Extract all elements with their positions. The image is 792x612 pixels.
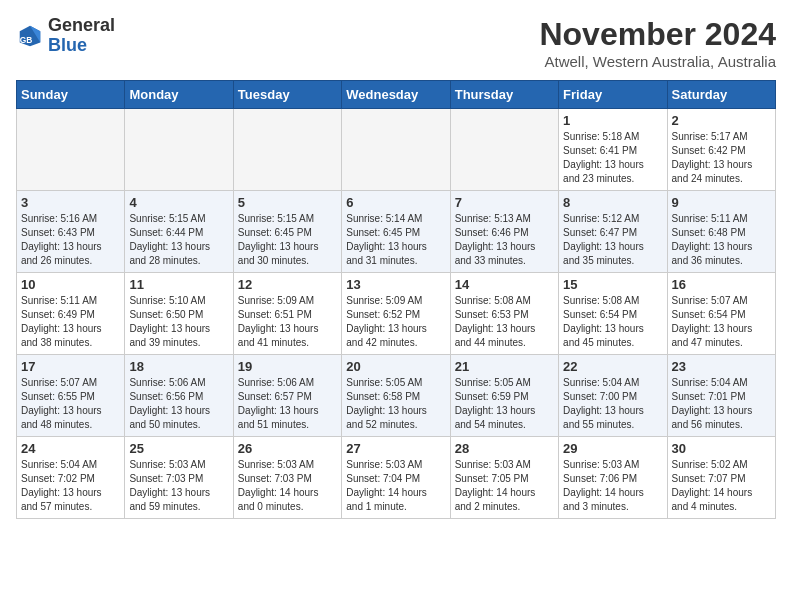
calendar-cell: 8Sunrise: 5:12 AM Sunset: 6:47 PM Daylig… xyxy=(559,191,667,273)
day-header-monday: Monday xyxy=(125,81,233,109)
calendar-cell: 6Sunrise: 5:14 AM Sunset: 6:45 PM Daylig… xyxy=(342,191,450,273)
calendar-cell: 20Sunrise: 5:05 AM Sunset: 6:58 PM Dayli… xyxy=(342,355,450,437)
day-info: Sunrise: 5:09 AM Sunset: 6:52 PM Dayligh… xyxy=(346,294,445,350)
calendar-week-row: 1Sunrise: 5:18 AM Sunset: 6:41 PM Daylig… xyxy=(17,109,776,191)
svg-text:GB: GB xyxy=(20,34,33,44)
day-info: Sunrise: 5:13 AM Sunset: 6:46 PM Dayligh… xyxy=(455,212,554,268)
calendar-cell: 29Sunrise: 5:03 AM Sunset: 7:06 PM Dayli… xyxy=(559,437,667,519)
day-info: Sunrise: 5:03 AM Sunset: 7:05 PM Dayligh… xyxy=(455,458,554,514)
location: Atwell, Western Australia, Australia xyxy=(539,53,776,70)
day-number: 19 xyxy=(238,359,337,374)
calendar-week-row: 17Sunrise: 5:07 AM Sunset: 6:55 PM Dayli… xyxy=(17,355,776,437)
calendar-cell: 4Sunrise: 5:15 AM Sunset: 6:44 PM Daylig… xyxy=(125,191,233,273)
calendar-table: SundayMondayTuesdayWednesdayThursdayFrid… xyxy=(16,80,776,519)
day-info: Sunrise: 5:15 AM Sunset: 6:45 PM Dayligh… xyxy=(238,212,337,268)
day-info: Sunrise: 5:05 AM Sunset: 6:59 PM Dayligh… xyxy=(455,376,554,432)
calendar-cell: 16Sunrise: 5:07 AM Sunset: 6:54 PM Dayli… xyxy=(667,273,775,355)
calendar-week-row: 10Sunrise: 5:11 AM Sunset: 6:49 PM Dayli… xyxy=(17,273,776,355)
calendar-cell: 7Sunrise: 5:13 AM Sunset: 6:46 PM Daylig… xyxy=(450,191,558,273)
day-header-saturday: Saturday xyxy=(667,81,775,109)
day-info: Sunrise: 5:04 AM Sunset: 7:01 PM Dayligh… xyxy=(672,376,771,432)
calendar-cell: 3Sunrise: 5:16 AM Sunset: 6:43 PM Daylig… xyxy=(17,191,125,273)
day-header-thursday: Thursday xyxy=(450,81,558,109)
calendar-cell: 22Sunrise: 5:04 AM Sunset: 7:00 PM Dayli… xyxy=(559,355,667,437)
calendar-cell: 23Sunrise: 5:04 AM Sunset: 7:01 PM Dayli… xyxy=(667,355,775,437)
day-info: Sunrise: 5:03 AM Sunset: 7:04 PM Dayligh… xyxy=(346,458,445,514)
calendar-cell: 1Sunrise: 5:18 AM Sunset: 6:41 PM Daylig… xyxy=(559,109,667,191)
day-number: 3 xyxy=(21,195,120,210)
day-info: Sunrise: 5:15 AM Sunset: 6:44 PM Dayligh… xyxy=(129,212,228,268)
day-number: 30 xyxy=(672,441,771,456)
day-number: 9 xyxy=(672,195,771,210)
calendar-header-row: SundayMondayTuesdayWednesdayThursdayFrid… xyxy=(17,81,776,109)
day-info: Sunrise: 5:04 AM Sunset: 7:00 PM Dayligh… xyxy=(563,376,662,432)
day-info: Sunrise: 5:14 AM Sunset: 6:45 PM Dayligh… xyxy=(346,212,445,268)
calendar-cell: 24Sunrise: 5:04 AM Sunset: 7:02 PM Dayli… xyxy=(17,437,125,519)
day-header-sunday: Sunday xyxy=(17,81,125,109)
day-number: 28 xyxy=(455,441,554,456)
day-info: Sunrise: 5:12 AM Sunset: 6:47 PM Dayligh… xyxy=(563,212,662,268)
calendar-cell: 21Sunrise: 5:05 AM Sunset: 6:59 PM Dayli… xyxy=(450,355,558,437)
day-number: 15 xyxy=(563,277,662,292)
day-number: 16 xyxy=(672,277,771,292)
day-number: 25 xyxy=(129,441,228,456)
day-number: 2 xyxy=(672,113,771,128)
calendar-cell: 30Sunrise: 5:02 AM Sunset: 7:07 PM Dayli… xyxy=(667,437,775,519)
day-header-wednesday: Wednesday xyxy=(342,81,450,109)
day-info: Sunrise: 5:02 AM Sunset: 7:07 PM Dayligh… xyxy=(672,458,771,514)
calendar-cell: 19Sunrise: 5:06 AM Sunset: 6:57 PM Dayli… xyxy=(233,355,341,437)
logo-blue: Blue xyxy=(48,35,87,55)
day-number: 14 xyxy=(455,277,554,292)
day-number: 4 xyxy=(129,195,228,210)
day-number: 6 xyxy=(346,195,445,210)
day-number: 27 xyxy=(346,441,445,456)
calendar-week-row: 24Sunrise: 5:04 AM Sunset: 7:02 PM Dayli… xyxy=(17,437,776,519)
day-info: Sunrise: 5:05 AM Sunset: 6:58 PM Dayligh… xyxy=(346,376,445,432)
day-info: Sunrise: 5:16 AM Sunset: 6:43 PM Dayligh… xyxy=(21,212,120,268)
day-number: 20 xyxy=(346,359,445,374)
logo: GB General Blue xyxy=(16,16,115,56)
calendar-cell: 11Sunrise: 5:10 AM Sunset: 6:50 PM Dayli… xyxy=(125,273,233,355)
calendar-cell: 17Sunrise: 5:07 AM Sunset: 6:55 PM Dayli… xyxy=(17,355,125,437)
month-year: November 2024 xyxy=(539,16,776,53)
calendar-cell: 15Sunrise: 5:08 AM Sunset: 6:54 PM Dayli… xyxy=(559,273,667,355)
day-number: 10 xyxy=(21,277,120,292)
day-info: Sunrise: 5:06 AM Sunset: 6:57 PM Dayligh… xyxy=(238,376,337,432)
day-info: Sunrise: 5:17 AM Sunset: 6:42 PM Dayligh… xyxy=(672,130,771,186)
calendar-cell xyxy=(125,109,233,191)
day-number: 26 xyxy=(238,441,337,456)
day-info: Sunrise: 5:09 AM Sunset: 6:51 PM Dayligh… xyxy=(238,294,337,350)
day-number: 11 xyxy=(129,277,228,292)
day-number: 23 xyxy=(672,359,771,374)
logo-general: General xyxy=(48,15,115,35)
calendar-cell: 25Sunrise: 5:03 AM Sunset: 7:03 PM Dayli… xyxy=(125,437,233,519)
day-number: 5 xyxy=(238,195,337,210)
calendar-cell xyxy=(342,109,450,191)
day-info: Sunrise: 5:10 AM Sunset: 6:50 PM Dayligh… xyxy=(129,294,228,350)
calendar-cell: 10Sunrise: 5:11 AM Sunset: 6:49 PM Dayli… xyxy=(17,273,125,355)
calendar-week-row: 3Sunrise: 5:16 AM Sunset: 6:43 PM Daylig… xyxy=(17,191,776,273)
calendar-cell: 26Sunrise: 5:03 AM Sunset: 7:03 PM Dayli… xyxy=(233,437,341,519)
calendar-cell: 14Sunrise: 5:08 AM Sunset: 6:53 PM Dayli… xyxy=(450,273,558,355)
calendar-cell: 13Sunrise: 5:09 AM Sunset: 6:52 PM Dayli… xyxy=(342,273,450,355)
day-number: 29 xyxy=(563,441,662,456)
logo-text: General Blue xyxy=(48,16,115,56)
day-header-tuesday: Tuesday xyxy=(233,81,341,109)
day-info: Sunrise: 5:03 AM Sunset: 7:03 PM Dayligh… xyxy=(129,458,228,514)
calendar-cell: 27Sunrise: 5:03 AM Sunset: 7:04 PM Dayli… xyxy=(342,437,450,519)
calendar-cell: 2Sunrise: 5:17 AM Sunset: 6:42 PM Daylig… xyxy=(667,109,775,191)
calendar-cell: 18Sunrise: 5:06 AM Sunset: 6:56 PM Dayli… xyxy=(125,355,233,437)
day-number: 13 xyxy=(346,277,445,292)
day-info: Sunrise: 5:08 AM Sunset: 6:53 PM Dayligh… xyxy=(455,294,554,350)
calendar-cell xyxy=(17,109,125,191)
day-info: Sunrise: 5:06 AM Sunset: 6:56 PM Dayligh… xyxy=(129,376,228,432)
calendar-cell xyxy=(233,109,341,191)
day-number: 1 xyxy=(563,113,662,128)
day-number: 12 xyxy=(238,277,337,292)
day-info: Sunrise: 5:07 AM Sunset: 6:54 PM Dayligh… xyxy=(672,294,771,350)
day-info: Sunrise: 5:11 AM Sunset: 6:48 PM Dayligh… xyxy=(672,212,771,268)
day-number: 8 xyxy=(563,195,662,210)
page-header: GB General Blue November 2024 Atwell, We… xyxy=(16,16,776,70)
day-number: 22 xyxy=(563,359,662,374)
calendar-cell xyxy=(450,109,558,191)
